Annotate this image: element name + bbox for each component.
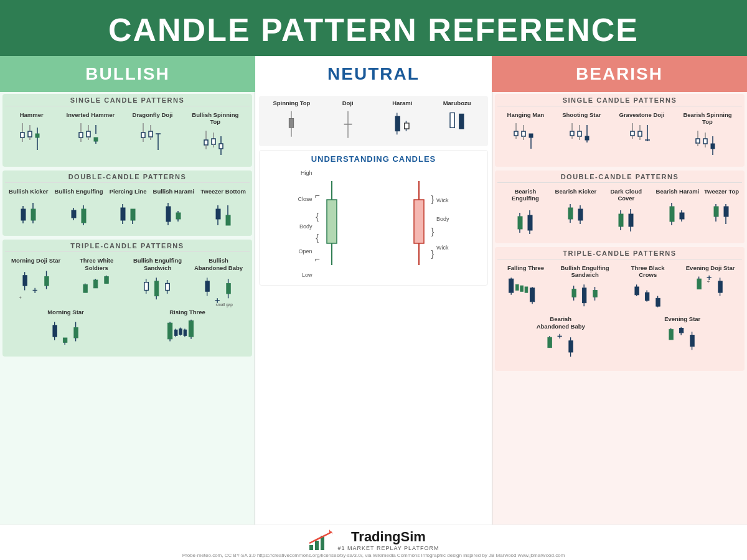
bullish-label: BULLISH xyxy=(85,64,169,84)
pattern-spinning-top: Spinning Top xyxy=(273,100,310,142)
page-title: CANDLE PATTERN REFERENCE xyxy=(0,11,747,49)
svg-rect-4 xyxy=(28,131,32,137)
svg-rect-267 xyxy=(690,335,694,346)
pattern-shooting-star: Shooting Star xyxy=(562,111,601,154)
svg-rect-52 xyxy=(131,209,135,220)
neutral-column: Spinning Top Doji xyxy=(255,92,492,525)
svg-rect-227 xyxy=(582,288,586,303)
svg-rect-16 xyxy=(94,138,98,141)
pattern-bearish-kicker: Bearish Kicker xyxy=(555,188,597,231)
pattern-hammer-label: Hammer xyxy=(20,111,44,118)
understanding-candles-section: UNDERSTANDING CANDLES High Close Body Op… xyxy=(259,150,488,286)
footer: TradingSim #1 MARKET REPLAY PLATFORM Pro… xyxy=(0,525,747,560)
pattern-morning-doji-star: Morning Doji Star + xyxy=(11,257,60,300)
svg-rect-64 xyxy=(226,215,230,225)
svg-rect-108 xyxy=(63,338,67,342)
svg-rect-176 xyxy=(696,139,700,143)
bearish-double-patterns: Bearish Engulfing Bearish Kicker xyxy=(497,185,742,241)
svg-rect-49 xyxy=(121,208,125,220)
pattern-hammer: Hammer xyxy=(14,111,49,154)
pattern-bullish-kicker: Bullish Kicker xyxy=(9,188,48,231)
svg-rect-270 xyxy=(315,541,319,550)
svg-rect-13 xyxy=(87,131,90,137)
svg-rect-10 xyxy=(79,133,83,138)
svg-rect-113 xyxy=(167,324,172,340)
pattern-three-black-crows: Three Black Crows xyxy=(623,264,673,315)
svg-rect-111 xyxy=(73,328,77,338)
bullish-diagram: High Close Body Open Low ⌐ { { ⌐ xyxy=(298,167,341,281)
pattern-bearish-spinning-top: Bearish Spinning Top xyxy=(682,111,732,162)
bullish-column: SINGLE CANDLE PATTERNS Hammer xyxy=(0,92,255,525)
bearish-labels: Wick Body Wick xyxy=(436,195,449,254)
bearish-double-title: DOUBLE-CANDLE PATTERNS xyxy=(497,173,742,183)
svg-rect-73 xyxy=(44,276,48,286)
pattern-bullish-engulfing-sandwich: Bullish Engulfing Sandwich xyxy=(133,257,182,307)
svg-rect-212 xyxy=(724,207,728,217)
svg-rect-119 xyxy=(179,329,182,335)
svg-rect-83 xyxy=(105,276,108,283)
bearish-candle-diagram xyxy=(410,178,428,271)
tradingsim-logo-icon xyxy=(308,530,333,551)
svg-rect-22 xyxy=(149,131,153,137)
svg-rect-80 xyxy=(94,280,98,288)
svg-rect-252 xyxy=(548,337,552,348)
svg-rect-219 xyxy=(525,287,528,292)
bullish-triple-patterns: Morning Doji Star + xyxy=(5,254,250,354)
svg-rect-230 xyxy=(593,291,596,297)
pattern-bullish-harami: Bullish Harami xyxy=(153,188,195,231)
svg-rect-182 xyxy=(711,144,715,149)
svg-rect-28 xyxy=(204,140,208,145)
svg-text:+: + xyxy=(707,279,710,284)
svg-rect-158 xyxy=(570,131,574,136)
svg-rect-46 xyxy=(82,209,86,223)
logo-main: TradingSim xyxy=(338,529,439,545)
svg-rect-170 xyxy=(638,131,642,136)
bullish-single-patterns: Hammer xyxy=(5,109,250,164)
svg-rect-264 xyxy=(680,328,684,332)
understanding-title: UNDERSTANDING CANDLES xyxy=(263,154,484,164)
columns-header: BULLISH NEUTRAL BEARISH xyxy=(0,56,747,92)
svg-rect-220 xyxy=(530,288,534,302)
pattern-inverted-hammer-label: Inverted Hammer xyxy=(67,111,115,118)
pattern-bullish-spinning-top: Bullish Spinning Top xyxy=(190,111,240,162)
svg-rect-141 xyxy=(459,114,464,129)
main-content: SINGLE CANDLE PATTERNS Hammer xyxy=(0,92,747,525)
svg-rect-138 xyxy=(405,123,409,129)
pattern-tweezer-bottom-label: Tweezer Bottom xyxy=(200,188,246,195)
svg-rect-209 xyxy=(714,207,718,217)
pattern-gravestone-doji: Gravestone Doji xyxy=(619,111,665,154)
pattern-piercing-line: Piercing Line xyxy=(110,188,147,231)
bullish-single-section: SINGLE CANDLE PATTERNS Hammer xyxy=(2,94,252,167)
svg-rect-185 xyxy=(518,217,522,229)
svg-rect-31 xyxy=(212,139,215,144)
pattern-bullish-engulfing-label: Bullish Engulfing xyxy=(55,188,103,195)
svg-rect-105 xyxy=(52,325,56,337)
svg-rect-19 xyxy=(141,133,145,138)
pattern-hanging-man: Hanging Man xyxy=(507,111,545,154)
svg-rect-167 xyxy=(631,131,634,136)
svg-rect-86 xyxy=(144,282,148,291)
svg-rect-179 xyxy=(703,139,707,144)
svg-rect-1 xyxy=(21,133,24,138)
bearish-column: SINGLE CANDLE PATTERNS Hanging Man xyxy=(492,92,747,525)
neutral-single-patterns: Spinning Top Doji xyxy=(263,100,484,142)
pattern-falling-three: Falling Three xyxy=(505,264,547,307)
svg-text:+: + xyxy=(19,295,21,301)
bullish-single-title: SINGLE CANDLE PATTERNS xyxy=(5,96,250,106)
pattern-bullish-spinning-top-label: Bullish Spinning Top xyxy=(190,111,240,126)
svg-rect-258 xyxy=(569,341,573,352)
svg-rect-217 xyxy=(515,284,519,290)
brace-labels: ⌐ { { ⌐ xyxy=(314,181,319,268)
pattern-bearish-engulfing-sandwich: Bullish Engulfing Sandwich xyxy=(560,264,610,315)
svg-rect-43 xyxy=(72,210,76,218)
bullish-double-title: DOUBLE-CANDLE PATTERNS xyxy=(5,173,250,183)
bullish-triple-section: TRIPLE-CANDLE PATTERNS Morning Doji Star xyxy=(2,240,252,357)
svg-rect-89 xyxy=(154,281,158,296)
svg-rect-40 xyxy=(31,209,35,220)
bearish-header: BEARISH xyxy=(492,56,747,92)
pattern-three-white-soldiers: Three White Soldiers xyxy=(72,257,121,307)
bearish-label: BEARISH xyxy=(576,64,663,84)
svg-rect-140 xyxy=(450,113,454,128)
pattern-dragonfly-doji: Dragonfly Doji xyxy=(133,111,173,154)
pattern-bullish-kicker-label: Bullish Kicker xyxy=(9,188,48,195)
